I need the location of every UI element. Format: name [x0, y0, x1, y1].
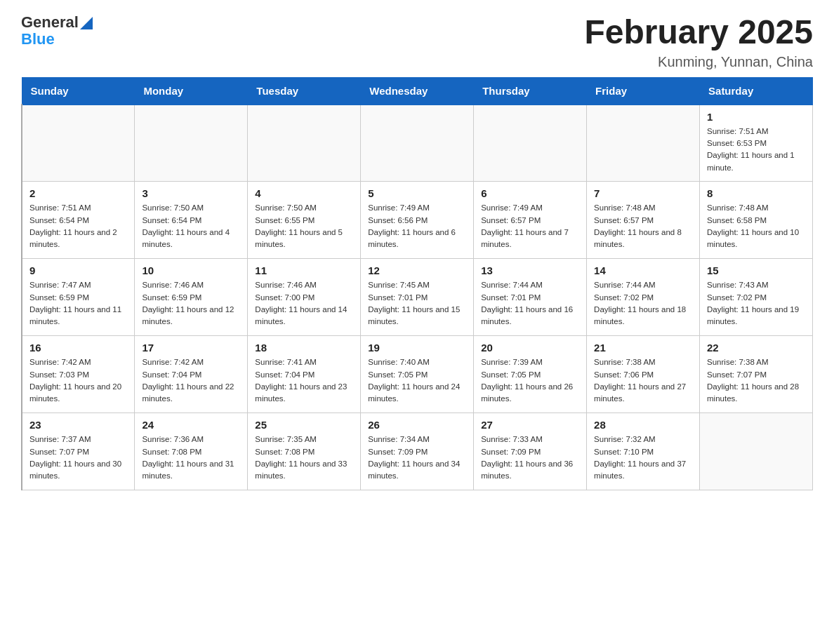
- day-info: Sunrise: 7:49 AMSunset: 6:56 PMDaylight:…: [368, 202, 466, 250]
- calendar-cell: 15Sunrise: 7:43 AMSunset: 7:02 PMDayligh…: [700, 259, 813, 336]
- day-number: 3: [142, 187, 240, 199]
- calendar-cell: 18Sunrise: 7:41 AMSunset: 7:04 PMDayligh…: [248, 336, 361, 413]
- calendar-cell: 7Sunrise: 7:48 AMSunset: 6:57 PMDaylight…: [587, 182, 700, 259]
- calendar-cell: [361, 105, 474, 182]
- day-info: Sunrise: 7:50 AMSunset: 6:54 PMDaylight:…: [142, 202, 240, 250]
- day-number: 5: [368, 187, 466, 199]
- calendar-cell: 6Sunrise: 7:49 AMSunset: 6:57 PMDaylight…: [474, 182, 587, 259]
- day-info: Sunrise: 7:38 AMSunset: 7:06 PMDaylight:…: [594, 356, 692, 405]
- weekday-header-thursday: Thursday: [474, 77, 587, 105]
- logo: General Blue: [21, 14, 93, 48]
- calendar-week-row: 9Sunrise: 7:47 AMSunset: 6:59 PMDaylight…: [22, 259, 813, 336]
- day-number: 24: [142, 419, 240, 431]
- calendar-week-row: 23Sunrise: 7:37 AMSunset: 7:07 PMDayligh…: [22, 413, 813, 490]
- day-number: 25: [255, 419, 353, 431]
- weekday-header-sunday: Sunday: [22, 77, 135, 105]
- page-header: General Blue February 2025 Kunming, Yunn…: [21, 14, 813, 70]
- day-number: 8: [707, 187, 805, 199]
- calendar-cell: 22Sunrise: 7:38 AMSunset: 7:07 PMDayligh…: [700, 336, 813, 413]
- calendar-week-row: 16Sunrise: 7:42 AMSunset: 7:03 PMDayligh…: [22, 336, 813, 413]
- weekday-header-tuesday: Tuesday: [248, 77, 361, 105]
- calendar-cell: 28Sunrise: 7:32 AMSunset: 7:10 PMDayligh…: [587, 413, 700, 490]
- calendar-title: February 2025: [584, 14, 813, 51]
- day-number: 21: [594, 342, 692, 354]
- calendar-cell: 11Sunrise: 7:46 AMSunset: 7:00 PMDayligh…: [248, 259, 361, 336]
- day-info: Sunrise: 7:36 AMSunset: 7:08 PMDaylight:…: [142, 434, 240, 482]
- weekday-header-saturday: Saturday: [700, 77, 813, 105]
- day-info: Sunrise: 7:51 AMSunset: 6:54 PMDaylight:…: [29, 202, 127, 250]
- weekday-header-monday: Monday: [135, 77, 248, 105]
- calendar-cell: 5Sunrise: 7:49 AMSunset: 6:56 PMDaylight…: [361, 182, 474, 259]
- day-number: 7: [594, 187, 692, 199]
- day-info: Sunrise: 7:33 AMSunset: 7:09 PMDaylight:…: [481, 434, 579, 482]
- logo-general-text: General: [21, 14, 79, 31]
- calendar-cell: 13Sunrise: 7:44 AMSunset: 7:01 PMDayligh…: [474, 259, 587, 336]
- day-info: Sunrise: 7:50 AMSunset: 6:55 PMDaylight:…: [255, 202, 353, 250]
- day-number: 6: [481, 187, 579, 199]
- day-info: Sunrise: 7:35 AMSunset: 7:08 PMDaylight:…: [255, 434, 353, 482]
- svg-marker-0: [80, 17, 93, 29]
- day-number: 2: [29, 187, 127, 199]
- calendar-cell: 2Sunrise: 7:51 AMSunset: 6:54 PMDaylight…: [22, 182, 135, 259]
- day-number: 27: [481, 419, 579, 431]
- calendar-cell: 12Sunrise: 7:45 AMSunset: 7:01 PMDayligh…: [361, 259, 474, 336]
- calendar-cell: [135, 105, 248, 182]
- day-number: 4: [255, 187, 353, 199]
- day-info: Sunrise: 7:47 AMSunset: 6:59 PMDaylight:…: [29, 279, 127, 328]
- calendar-cell: 10Sunrise: 7:46 AMSunset: 6:59 PMDayligh…: [135, 259, 248, 336]
- day-info: Sunrise: 7:42 AMSunset: 7:03 PMDaylight:…: [29, 356, 127, 405]
- day-number: 14: [594, 264, 692, 276]
- logo-group: General Blue: [21, 14, 93, 48]
- calendar-cell: 19Sunrise: 7:40 AMSunset: 7:05 PMDayligh…: [361, 336, 474, 413]
- calendar-cell: 20Sunrise: 7:39 AMSunset: 7:05 PMDayligh…: [474, 336, 587, 413]
- day-number: 16: [29, 342, 127, 354]
- calendar-cell: 25Sunrise: 7:35 AMSunset: 7:08 PMDayligh…: [248, 413, 361, 490]
- day-number: 12: [368, 264, 466, 276]
- day-info: Sunrise: 7:49 AMSunset: 6:57 PMDaylight:…: [481, 202, 579, 250]
- day-number: 9: [29, 264, 127, 276]
- day-info: Sunrise: 7:43 AMSunset: 7:02 PMDaylight:…: [707, 279, 805, 328]
- calendar-cell: 16Sunrise: 7:42 AMSunset: 7:03 PMDayligh…: [22, 336, 135, 413]
- calendar-cell: 3Sunrise: 7:50 AMSunset: 6:54 PMDaylight…: [135, 182, 248, 259]
- day-number: 13: [481, 264, 579, 276]
- day-info: Sunrise: 7:44 AMSunset: 7:01 PMDaylight:…: [481, 279, 579, 328]
- day-number: 17: [142, 342, 240, 354]
- day-info: Sunrise: 7:46 AMSunset: 6:59 PMDaylight:…: [142, 279, 240, 328]
- calendar-cell: 17Sunrise: 7:42 AMSunset: 7:04 PMDayligh…: [135, 336, 248, 413]
- day-number: 11: [255, 264, 353, 276]
- calendar-week-row: 2Sunrise: 7:51 AMSunset: 6:54 PMDaylight…: [22, 182, 813, 259]
- calendar-header-row: SundayMondayTuesdayWednesdayThursdayFrid…: [22, 77, 813, 105]
- logo-blue-text: Blue: [21, 31, 93, 48]
- day-info: Sunrise: 7:40 AMSunset: 7:05 PMDaylight:…: [368, 356, 466, 405]
- calendar-cell: [22, 105, 135, 182]
- day-info: Sunrise: 7:46 AMSunset: 7:00 PMDaylight:…: [255, 279, 353, 328]
- calendar-cell: 24Sunrise: 7:36 AMSunset: 7:08 PMDayligh…: [135, 413, 248, 490]
- day-number: 23: [29, 419, 127, 431]
- weekday-header-wednesday: Wednesday: [361, 77, 474, 105]
- day-info: Sunrise: 7:44 AMSunset: 7:02 PMDaylight:…: [594, 279, 692, 328]
- calendar-cell: 14Sunrise: 7:44 AMSunset: 7:02 PMDayligh…: [587, 259, 700, 336]
- logo-row1: General: [21, 14, 93, 31]
- day-number: 15: [707, 264, 805, 276]
- calendar-subtitle: Kunming, Yunnan, China: [584, 54, 813, 70]
- day-info: Sunrise: 7:38 AMSunset: 7:07 PMDaylight:…: [707, 356, 805, 405]
- day-info: Sunrise: 7:41 AMSunset: 7:04 PMDaylight:…: [255, 356, 353, 405]
- day-info: Sunrise: 7:48 AMSunset: 6:57 PMDaylight:…: [594, 202, 692, 250]
- day-number: 28: [594, 419, 692, 431]
- logo-triangle-icon: [80, 17, 93, 29]
- calendar-cell: 4Sunrise: 7:50 AMSunset: 6:55 PMDaylight…: [248, 182, 361, 259]
- day-info: Sunrise: 7:32 AMSunset: 7:10 PMDaylight:…: [594, 434, 692, 482]
- calendar-cell: 8Sunrise: 7:48 AMSunset: 6:58 PMDaylight…: [700, 182, 813, 259]
- day-number: 1: [707, 111, 805, 123]
- day-info: Sunrise: 7:48 AMSunset: 6:58 PMDaylight:…: [707, 202, 805, 250]
- day-info: Sunrise: 7:34 AMSunset: 7:09 PMDaylight:…: [368, 434, 466, 482]
- day-number: 10: [142, 264, 240, 276]
- calendar-table: SundayMondayTuesdayWednesdayThursdayFrid…: [21, 77, 813, 491]
- calendar-cell: 26Sunrise: 7:34 AMSunset: 7:09 PMDayligh…: [361, 413, 474, 490]
- day-number: 20: [481, 342, 579, 354]
- day-number: 26: [368, 419, 466, 431]
- day-number: 18: [255, 342, 353, 354]
- calendar-week-row: 1Sunrise: 7:51 AMSunset: 6:53 PMDaylight…: [22, 105, 813, 182]
- calendar-cell: [474, 105, 587, 182]
- title-group: February 2025 Kunming, Yunnan, China: [584, 14, 813, 70]
